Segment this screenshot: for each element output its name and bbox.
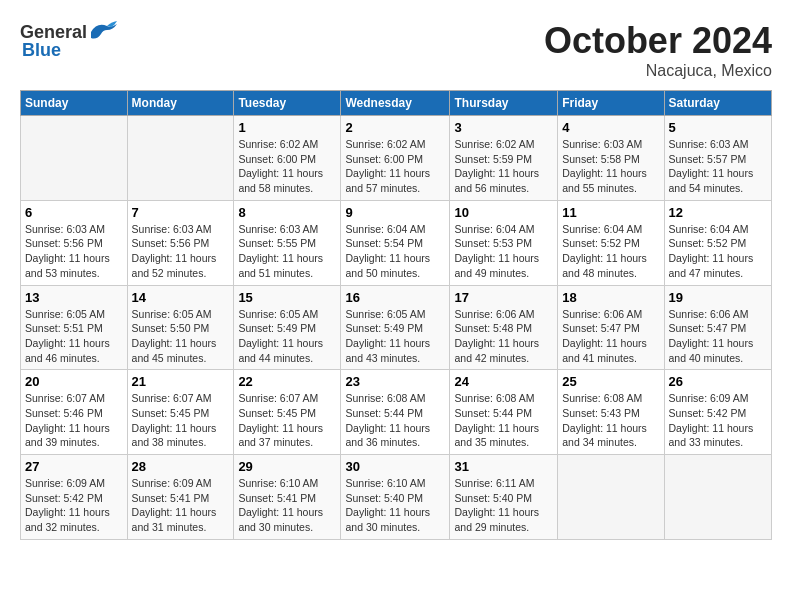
day-number: 2 — [345, 120, 445, 135]
calendar-day-cell: 31 Sunrise: 6:11 AM Sunset: 5:40 PM Dayl… — [450, 455, 558, 540]
day-info: Sunrise: 6:09 AM Sunset: 5:42 PM Dayligh… — [669, 391, 767, 450]
day-number: 16 — [345, 290, 445, 305]
day-info: Sunrise: 6:04 AM Sunset: 5:53 PM Dayligh… — [454, 222, 553, 281]
day-number: 5 — [669, 120, 767, 135]
day-info: Sunrise: 6:08 AM Sunset: 5:44 PM Dayligh… — [454, 391, 553, 450]
day-number: 22 — [238, 374, 336, 389]
day-info: Sunrise: 6:08 AM Sunset: 5:43 PM Dayligh… — [562, 391, 659, 450]
day-number: 19 — [669, 290, 767, 305]
day-number: 17 — [454, 290, 553, 305]
day-info: Sunrise: 6:08 AM Sunset: 5:44 PM Dayligh… — [345, 391, 445, 450]
calendar-day-cell: 20 Sunrise: 6:07 AM Sunset: 5:46 PM Dayl… — [21, 370, 128, 455]
day-info: Sunrise: 6:07 AM Sunset: 5:46 PM Dayligh… — [25, 391, 123, 450]
day-number: 13 — [25, 290, 123, 305]
day-number: 20 — [25, 374, 123, 389]
calendar-day-cell: 4 Sunrise: 6:03 AM Sunset: 5:58 PM Dayli… — [558, 116, 664, 201]
weekday-header: Friday — [558, 91, 664, 116]
calendar-header-row: SundayMondayTuesdayWednesdayThursdayFrid… — [21, 91, 772, 116]
day-info: Sunrise: 6:03 AM Sunset: 5:56 PM Dayligh… — [132, 222, 230, 281]
calendar-day-cell: 19 Sunrise: 6:06 AM Sunset: 5:47 PM Dayl… — [664, 285, 771, 370]
day-info: Sunrise: 6:06 AM Sunset: 5:48 PM Dayligh… — [454, 307, 553, 366]
day-number: 8 — [238, 205, 336, 220]
day-number: 18 — [562, 290, 659, 305]
calendar-day-cell: 21 Sunrise: 6:07 AM Sunset: 5:45 PM Dayl… — [127, 370, 234, 455]
calendar-day-cell: 12 Sunrise: 6:04 AM Sunset: 5:52 PM Dayl… — [664, 200, 771, 285]
day-number: 3 — [454, 120, 553, 135]
day-info: Sunrise: 6:06 AM Sunset: 5:47 PM Dayligh… — [562, 307, 659, 366]
day-number: 31 — [454, 459, 553, 474]
day-number: 12 — [669, 205, 767, 220]
day-number: 10 — [454, 205, 553, 220]
day-number: 14 — [132, 290, 230, 305]
calendar-day-cell: 10 Sunrise: 6:04 AM Sunset: 5:53 PM Dayl… — [450, 200, 558, 285]
logo-bird-icon — [89, 20, 119, 44]
day-info: Sunrise: 6:05 AM Sunset: 5:49 PM Dayligh… — [238, 307, 336, 366]
day-info: Sunrise: 6:09 AM Sunset: 5:41 PM Dayligh… — [132, 476, 230, 535]
day-number: 27 — [25, 459, 123, 474]
day-info: Sunrise: 6:06 AM Sunset: 5:47 PM Dayligh… — [669, 307, 767, 366]
weekday-header: Tuesday — [234, 91, 341, 116]
calendar-week-row: 6 Sunrise: 6:03 AM Sunset: 5:56 PM Dayli… — [21, 200, 772, 285]
day-info: Sunrise: 6:10 AM Sunset: 5:40 PM Dayligh… — [345, 476, 445, 535]
weekday-header: Thursday — [450, 91, 558, 116]
calendar-day-cell — [664, 455, 771, 540]
day-number: 4 — [562, 120, 659, 135]
calendar-day-cell: 7 Sunrise: 6:03 AM Sunset: 5:56 PM Dayli… — [127, 200, 234, 285]
day-number: 15 — [238, 290, 336, 305]
calendar-table: SundayMondayTuesdayWednesdayThursdayFrid… — [20, 90, 772, 540]
day-number: 30 — [345, 459, 445, 474]
calendar-day-cell — [558, 455, 664, 540]
calendar-week-row: 13 Sunrise: 6:05 AM Sunset: 5:51 PM Dayl… — [21, 285, 772, 370]
calendar-day-cell: 17 Sunrise: 6:06 AM Sunset: 5:48 PM Dayl… — [450, 285, 558, 370]
calendar-day-cell: 16 Sunrise: 6:05 AM Sunset: 5:49 PM Dayl… — [341, 285, 450, 370]
day-number: 6 — [25, 205, 123, 220]
day-number: 9 — [345, 205, 445, 220]
day-info: Sunrise: 6:04 AM Sunset: 5:52 PM Dayligh… — [669, 222, 767, 281]
day-info: Sunrise: 6:05 AM Sunset: 5:50 PM Dayligh… — [132, 307, 230, 366]
day-info: Sunrise: 6:03 AM Sunset: 5:57 PM Dayligh… — [669, 137, 767, 196]
calendar-day-cell — [127, 116, 234, 201]
calendar-day-cell: 9 Sunrise: 6:04 AM Sunset: 5:54 PM Dayli… — [341, 200, 450, 285]
day-number: 1 — [238, 120, 336, 135]
day-number: 23 — [345, 374, 445, 389]
calendar-day-cell: 26 Sunrise: 6:09 AM Sunset: 5:42 PM Dayl… — [664, 370, 771, 455]
day-info: Sunrise: 6:02 AM Sunset: 5:59 PM Dayligh… — [454, 137, 553, 196]
day-info: Sunrise: 6:07 AM Sunset: 5:45 PM Dayligh… — [132, 391, 230, 450]
calendar-day-cell: 22 Sunrise: 6:07 AM Sunset: 5:45 PM Dayl… — [234, 370, 341, 455]
month-title: October 2024 — [544, 20, 772, 62]
day-info: Sunrise: 6:09 AM Sunset: 5:42 PM Dayligh… — [25, 476, 123, 535]
weekday-header: Monday — [127, 91, 234, 116]
day-info: Sunrise: 6:03 AM Sunset: 5:55 PM Dayligh… — [238, 222, 336, 281]
location-title: Nacajuca, Mexico — [544, 62, 772, 80]
calendar-day-cell: 23 Sunrise: 6:08 AM Sunset: 5:44 PM Dayl… — [341, 370, 450, 455]
weekday-header: Sunday — [21, 91, 128, 116]
weekday-header: Saturday — [664, 91, 771, 116]
day-number: 21 — [132, 374, 230, 389]
calendar-day-cell: 24 Sunrise: 6:08 AM Sunset: 5:44 PM Dayl… — [450, 370, 558, 455]
calendar-week-row: 20 Sunrise: 6:07 AM Sunset: 5:46 PM Dayl… — [21, 370, 772, 455]
calendar-day-cell: 27 Sunrise: 6:09 AM Sunset: 5:42 PM Dayl… — [21, 455, 128, 540]
calendar-day-cell: 13 Sunrise: 6:05 AM Sunset: 5:51 PM Dayl… — [21, 285, 128, 370]
calendar-week-row: 1 Sunrise: 6:02 AM Sunset: 6:00 PM Dayli… — [21, 116, 772, 201]
calendar-day-cell: 2 Sunrise: 6:02 AM Sunset: 6:00 PM Dayli… — [341, 116, 450, 201]
calendar-day-cell: 15 Sunrise: 6:05 AM Sunset: 5:49 PM Dayl… — [234, 285, 341, 370]
page-header: General Blue October 2024 Nacajuca, Mexi… — [20, 20, 772, 80]
day-number: 25 — [562, 374, 659, 389]
day-info: Sunrise: 6:05 AM Sunset: 5:51 PM Dayligh… — [25, 307, 123, 366]
day-info: Sunrise: 6:04 AM Sunset: 5:54 PM Dayligh… — [345, 222, 445, 281]
calendar-day-cell: 28 Sunrise: 6:09 AM Sunset: 5:41 PM Dayl… — [127, 455, 234, 540]
day-number: 28 — [132, 459, 230, 474]
day-number: 26 — [669, 374, 767, 389]
day-number: 7 — [132, 205, 230, 220]
day-info: Sunrise: 6:03 AM Sunset: 5:58 PM Dayligh… — [562, 137, 659, 196]
day-info: Sunrise: 6:05 AM Sunset: 5:49 PM Dayligh… — [345, 307, 445, 366]
calendar-day-cell: 3 Sunrise: 6:02 AM Sunset: 5:59 PM Dayli… — [450, 116, 558, 201]
calendar-day-cell: 11 Sunrise: 6:04 AM Sunset: 5:52 PM Dayl… — [558, 200, 664, 285]
day-info: Sunrise: 6:11 AM Sunset: 5:40 PM Dayligh… — [454, 476, 553, 535]
day-info: Sunrise: 6:10 AM Sunset: 5:41 PM Dayligh… — [238, 476, 336, 535]
calendar-day-cell: 6 Sunrise: 6:03 AM Sunset: 5:56 PM Dayli… — [21, 200, 128, 285]
calendar-day-cell: 8 Sunrise: 6:03 AM Sunset: 5:55 PM Dayli… — [234, 200, 341, 285]
day-info: Sunrise: 6:07 AM Sunset: 5:45 PM Dayligh… — [238, 391, 336, 450]
calendar-day-cell: 25 Sunrise: 6:08 AM Sunset: 5:43 PM Dayl… — [558, 370, 664, 455]
calendar-day-cell: 29 Sunrise: 6:10 AM Sunset: 5:41 PM Dayl… — [234, 455, 341, 540]
